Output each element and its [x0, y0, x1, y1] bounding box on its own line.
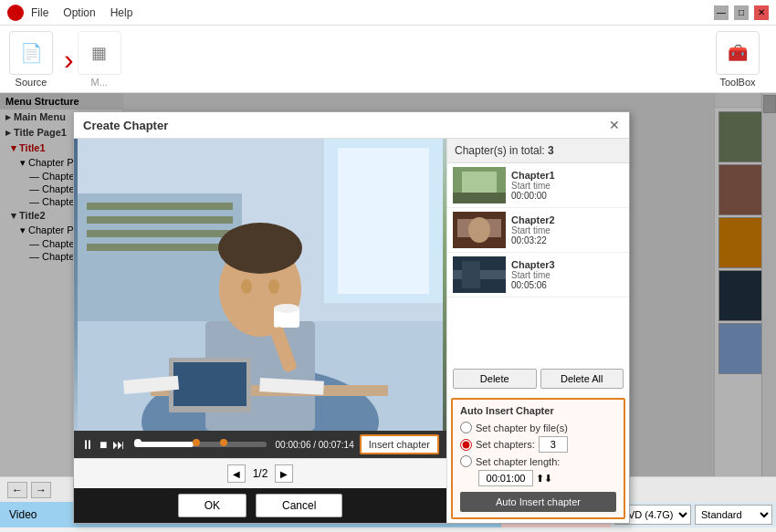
svg-point-12 [218, 223, 302, 274]
svg-rect-4 [87, 216, 233, 224]
menu-icon-box: ▦ [78, 31, 121, 75]
page-info: 1/2 [253, 467, 268, 480]
source-icon: 📄 [20, 42, 43, 64]
create-chapter-modal: Create Chapter ✕ [73, 111, 630, 524]
time-input-row: ⬆⬇ [460, 470, 616, 486]
modal-header: Create Chapter ✕ [74, 112, 629, 139]
delete-buttons: Delete Delete All [447, 363, 629, 394]
modal-title: Create Chapter [83, 119, 168, 132]
chapter-thumb-2 [453, 212, 506, 248]
time-spinner[interactable]: ⬆⬇ [536, 473, 552, 484]
auto-insert-panel: Auto Insert Chapter Set chapter by file(… [451, 398, 625, 519]
auto-insert-btn[interactable]: Auto Insert chapter [460, 492, 616, 512]
toolbar-arrow: › [64, 45, 74, 74]
menu-file[interactable]: File [31, 6, 48, 19]
chapter-info-3: Chapter3 Start time 00:05:06 [511, 259, 624, 290]
svg-rect-31 [462, 261, 480, 288]
nav-left-btn[interactable]: ← [7, 482, 27, 498]
minimize-btn[interactable]: — [714, 5, 729, 20]
menu-label: M... [90, 77, 107, 88]
toolbox-label: ToolBox [719, 77, 755, 88]
radio-length[interactable] [460, 455, 472, 467]
svg-rect-3 [87, 203, 233, 210]
svg-rect-24 [462, 172, 497, 194]
window-controls: — □ ✕ [714, 5, 769, 20]
insert-chapter-btn[interactable]: Insert chapter [360, 434, 439, 454]
radio-row-1: Set chapter by file(s) [460, 422, 616, 433]
toolbox-button[interactable]: 🧰 ToolBox [716, 31, 760, 88]
video-player: ⏸ ■ ⏭ 00:00:06 / 00:07:14 Insert chapter [74, 139, 446, 523]
video-placeholder [74, 139, 446, 431]
chapter-panel: Chapter(s) in total: 3 Chapter1 Start ti… [446, 139, 629, 523]
app-logo [7, 5, 24, 21]
video-content [78, 139, 443, 431]
toolbox-icon: 🧰 [728, 43, 748, 63]
chapter-thumb-3 [453, 256, 506, 293]
toolbox-icon-box: 🧰 [716, 31, 760, 75]
content-area: Menu Structure ▸ Main Menu ▸ Title Page1… [0, 93, 776, 476]
close-btn[interactable]: ✕ [754, 5, 769, 20]
page-controls: ◀ 1/2 ▶ [74, 458, 446, 488]
cancel-btn[interactable]: Cancel [256, 494, 342, 517]
page-next-btn[interactable]: ▶ [275, 464, 293, 483]
main-toolbar: 📄 Source › ▦ M... 🧰 ToolBox [0, 26, 776, 93]
chapters-count-input[interactable] [539, 436, 568, 453]
chapter-item-2[interactable]: Chapter2 Start time 00:03:22 [447, 208, 629, 253]
video-frame [74, 139, 446, 431]
chapter-total: Chapter(s) in total: 3 [447, 139, 629, 163]
stop-btn[interactable]: ■ [100, 437, 107, 452]
svg-point-16 [274, 304, 299, 313]
chapter-info-1: Chapter1 Start time 00:00:00 [511, 170, 624, 201]
radio-row-3: Set chapter length: [460, 455, 616, 467]
menu-button[interactable]: ▦ M... [78, 31, 121, 88]
timeline-progress [134, 442, 194, 447]
nav-right-btn[interactable]: → [31, 482, 51, 498]
time-display: 00:00:06 / 00:07:14 [276, 440, 354, 450]
chapter-item-3[interactable]: Chapter3 Start time 00:05:06 [447, 253, 629, 297]
nav-arrows: ← → [0, 482, 58, 498]
svg-rect-5 [87, 230, 233, 237]
ok-btn[interactable]: OK [178, 494, 246, 517]
menu-help[interactable]: Help [110, 6, 133, 19]
svg-point-13 [241, 279, 252, 294]
menu-icon: ▦ [91, 43, 107, 63]
status-dvd: DVD (4.7G) DVD (8.5G) BD-25 BD-50 Standa… [611, 505, 776, 525]
next-btn[interactable]: ⏭ [112, 437, 125, 452]
radio-file-label: Set chapter by file(s) [476, 422, 568, 433]
marker-2 [220, 439, 227, 446]
maximize-btn[interactable]: □ [734, 5, 749, 20]
svg-point-14 [268, 279, 279, 294]
player-controls: ⏸ ■ ⏭ 00:00:06 / 00:07:14 Insert chapter [74, 431, 446, 458]
delete-all-btn[interactable]: Delete All [540, 369, 624, 389]
radio-row-2: Set chapters: [460, 436, 616, 453]
auto-insert-title: Auto Insert Chapter [460, 405, 616, 416]
chapter-info-2: Chapter2 Start time 00:03:22 [511, 214, 624, 245]
radio-chapters-label: Set chapters: [476, 439, 535, 450]
chapter-list: Chapter1 Start time 00:00:00 Chapter2 St… [447, 163, 629, 363]
title-bar: File Option Help — □ ✕ [0, 0, 776, 26]
dialog-buttons: OK Cancel [74, 488, 446, 523]
svg-rect-20 [173, 362, 246, 406]
radio-length-label: Set chapter length: [476, 456, 560, 467]
source-label: Source [16, 77, 47, 88]
radio-file[interactable] [460, 422, 472, 433]
play-pause-btn[interactable]: ⏸ [81, 437, 94, 452]
modal-close-btn[interactable]: ✕ [609, 118, 620, 132]
chapter-item-1[interactable]: Chapter1 Start time 00:00:00 [447, 163, 629, 208]
source-button[interactable]: 📄 Source [9, 31, 53, 88]
source-icon-box: 📄 [9, 31, 53, 75]
svg-rect-8 [338, 148, 429, 294]
chapter-length-input[interactable] [478, 470, 533, 486]
standard-select[interactable]: Standard Widescreen [695, 505, 772, 525]
delete-btn[interactable]: Delete [453, 369, 537, 389]
radio-chapters[interactable] [460, 439, 472, 451]
menu-bar: File Option Help [31, 6, 132, 19]
svg-point-28 [468, 217, 490, 243]
svg-rect-25 [453, 193, 506, 203]
menu-option[interactable]: Option [63, 6, 95, 19]
svg-rect-2 [78, 193, 242, 321]
timeline[interactable] [134, 442, 266, 447]
svg-rect-6 [87, 244, 233, 251]
page-prev-btn[interactable]: ◀ [227, 464, 246, 483]
marker-1 [193, 439, 200, 446]
